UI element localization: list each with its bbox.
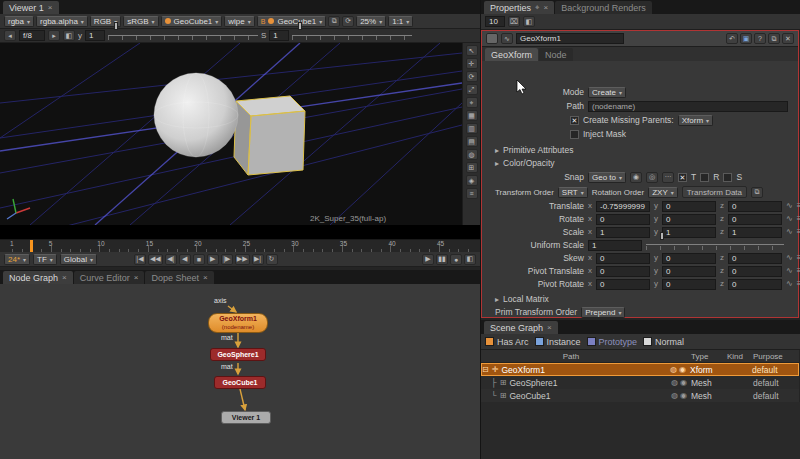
curve-editor-icon[interactable]: ∿	[501, 33, 513, 44]
tab-node-graph[interactable]: Node Graph ×	[3, 271, 73, 284]
visibility-eye-icon[interactable]: ◉	[680, 392, 687, 400]
pin-icon[interactable]: ⌖	[535, 4, 540, 12]
snap-pivot-icon[interactable]: ◎	[646, 172, 658, 183]
translate-z-field[interactable]: 0	[728, 201, 782, 212]
close-icon[interactable]: ✕	[782, 33, 794, 44]
node-connections[interactable]	[0, 284, 480, 459]
fps-dropdown[interactable]: 24*	[4, 254, 30, 265]
scenegraph-row-geocube1[interactable]: └ ⊞ GeoCube1 ◍ ◉ Mesh default	[481, 389, 799, 402]
column-path[interactable]: Path	[481, 352, 661, 361]
wireframe-display-icon[interactable]: ▥	[466, 123, 478, 134]
clear-panels-icon[interactable]: ⌧	[508, 16, 520, 27]
sphere-object[interactable]	[154, 73, 238, 157]
close-icon[interactable]: ×	[547, 324, 552, 332]
timeline-ruler[interactable]: 151015202530354045	[0, 239, 480, 252]
pivot-translate-x-field[interactable]: 0	[596, 266, 650, 277]
saturation-field[interactable]: 1	[269, 30, 289, 41]
skew-z-field[interactable]: 0	[728, 253, 782, 264]
animation-curve-icon[interactable]: ∿	[786, 267, 793, 275]
copy-transform-icon[interactable]: ⧉	[751, 187, 763, 198]
viewport-3d-scene[interactable]: 2K_Super_35(full-ap)	[0, 43, 462, 225]
inject-mask-checkbox[interactable]	[570, 130, 579, 139]
animation-curve-icon[interactable]: ∿	[786, 280, 793, 288]
select-tool-icon[interactable]: ↖	[466, 45, 478, 56]
fstop-increment-icon[interactable]: ▸	[48, 30, 60, 41]
rotate-tool-icon[interactable]: ⟳	[466, 71, 478, 82]
viewer-process-dropdown[interactable]: sRGB	[123, 16, 158, 27]
float-panel-icon[interactable]: ⧉	[768, 33, 780, 44]
multiview-icon[interactable]: ⊞	[466, 162, 478, 173]
parent-type-dropdown[interactable]: Xform	[678, 115, 713, 126]
rotate-x-field[interactable]: 0	[596, 214, 650, 225]
record-icon[interactable]: ●	[450, 254, 462, 265]
saturation-slider-handle[interactable]	[298, 22, 302, 30]
create-missing-parents-checkbox[interactable]: ✕	[570, 116, 579, 125]
goto-end-button[interactable]: ▶|	[252, 254, 264, 265]
nodegraph-canvas[interactable]: axis GeoXform1 (nodename) mat GeoSphere1…	[0, 284, 480, 459]
close-icon[interactable]: ×	[62, 274, 67, 282]
draw-mode-icon[interactable]: ◍	[671, 379, 678, 387]
transform-order-dropdown[interactable]: SRT	[558, 187, 588, 198]
pivot-translate-y-field[interactable]: 0	[662, 266, 716, 277]
monitor-out-icon[interactable]: ⧉	[328, 16, 340, 27]
lock-range-icon[interactable]: ◧	[464, 254, 476, 265]
column-kind[interactable]: Kind	[727, 352, 753, 361]
play-backward-button[interactable]: ◀	[179, 254, 191, 265]
channels-dropdown[interactable]: rgba	[4, 16, 34, 27]
rotate-z-field[interactable]: 0	[728, 214, 782, 225]
snap-options-icon[interactable]: ⋯	[662, 172, 674, 183]
tab-properties[interactable]: Properties ⌖ ×	[484, 1, 554, 14]
primitive-attributes-group[interactable]: ▸ Primitive Attributes	[495, 144, 573, 156]
scale-tool-icon[interactable]: ⤢	[466, 84, 478, 95]
animation-curve-icon[interactable]: ∿	[786, 254, 793, 262]
close-icon[interactable]: ×	[134, 274, 139, 282]
tab-curve-editor[interactable]: Curve Editor ×	[74, 271, 145, 284]
play-forward-button[interactable]: ▶	[207, 254, 219, 265]
path-field[interactable]: (nodename)	[588, 101, 788, 112]
pivot-rotate-z-field[interactable]: 0	[728, 279, 782, 290]
input-a-dropdown[interactable]: GeoCube1	[161, 16, 223, 27]
close-icon[interactable]: ×	[544, 4, 549, 12]
skew-x-field[interactable]: 0	[596, 253, 650, 264]
next-increment-button[interactable]: ▶▶	[235, 254, 250, 265]
translate-y-field[interactable]: 0	[662, 201, 716, 212]
tab-geoxform[interactable]: GeoXform	[485, 48, 538, 61]
draw-mode-icon[interactable]: ◍	[670, 366, 677, 374]
scenegraph-empty-area[interactable]	[481, 402, 800, 459]
goto-start-button[interactable]: |◀	[134, 254, 146, 265]
snap-scale-checkbox[interactable]	[723, 173, 732, 182]
wipe-dropdown[interactable]: wipe	[224, 16, 254, 27]
time-format-dropdown[interactable]: TF	[33, 254, 57, 265]
mode-dropdown[interactable]: Create	[588, 87, 626, 98]
proxy-dropdown[interactable]: 1:1	[388, 16, 413, 27]
visibility-eye-icon[interactable]: ◉	[679, 366, 686, 374]
scenegraph-row-geosphere1[interactable]: ├ ⊞ GeoSphere1 ◍ ◉ Mesh default	[481, 376, 799, 389]
animation-curve-icon[interactable]: ∿	[786, 215, 793, 223]
loop-mode-button[interactable]: ↻	[266, 254, 278, 265]
shaded-display-icon[interactable]: ▤	[466, 136, 478, 147]
camera-icon[interactable]: ◈	[466, 175, 478, 186]
node-geoxform1[interactable]: GeoXform1 (nodename)	[208, 313, 268, 333]
prim-transform-order-dropdown[interactable]: Prepend	[581, 307, 625, 318]
collapse-arrow-icon[interactable]: ▸	[495, 295, 499, 304]
layer-dropdown[interactable]: rgba.alpha	[36, 16, 88, 27]
pivot-rotate-x-field[interactable]: 0	[596, 279, 650, 290]
revert-icon[interactable]: ↶	[726, 33, 738, 44]
snap-geo-icon[interactable]: ◉	[630, 172, 642, 183]
column-type[interactable]: Type	[687, 352, 727, 361]
uniform-scale-field[interactable]: 1	[588, 240, 642, 251]
transform-data-button[interactable]: Transform Data	[682, 186, 747, 198]
scale-y-field[interactable]: 1	[662, 227, 716, 238]
pivot-tool-icon[interactable]: ⌖	[466, 97, 478, 108]
flipbook-icon[interactable]: ▶	[422, 254, 434, 265]
node-color-swatch[interactable]	[486, 33, 498, 44]
step-forward-button[interactable]: |▶	[221, 254, 233, 265]
collapse-expander-icon[interactable]: ⊟	[482, 366, 489, 374]
frame-range-dropdown[interactable]: Global	[60, 254, 97, 265]
gamma-slider-handle[interactable]	[114, 22, 118, 30]
pivot-rotate-y-field[interactable]: 0	[662, 279, 716, 290]
snap-mode-dropdown[interactable]: Geo to	[588, 172, 626, 183]
local-matrix-group[interactable]: ▸ Local Matrix	[495, 293, 549, 305]
node-viewer1[interactable]: Viewer 1	[221, 411, 271, 424]
animation-curve-icon[interactable]: ∿	[786, 228, 793, 236]
